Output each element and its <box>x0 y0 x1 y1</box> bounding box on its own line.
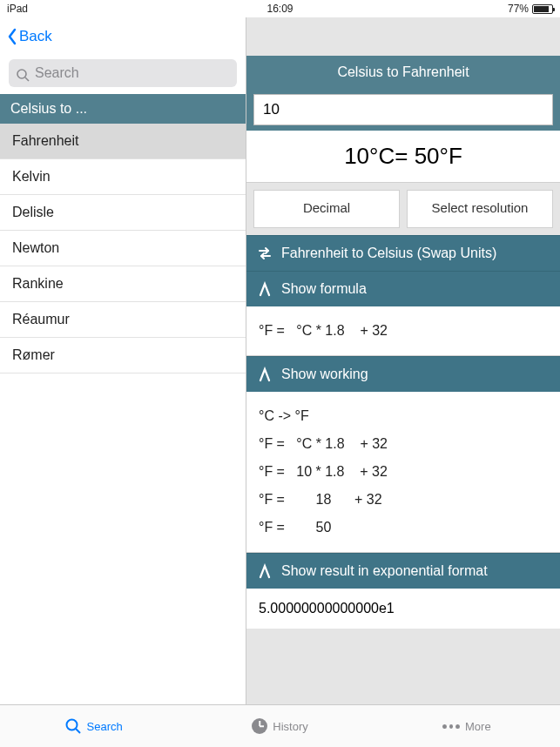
resolution-picker[interactable]: Select resolution <box>407 190 553 228</box>
working-body: °C -> °F°F = °C * 1.8 + 32°F = 10 * 1.8 … <box>246 392 560 553</box>
working-line: °C -> °F <box>259 402 548 430</box>
result-display: 10°C= 50°F <box>246 131 560 183</box>
lambda-icon <box>257 563 273 579</box>
working-line: °F = 10 * 1.8 + 32 <box>259 458 548 486</box>
formula-body: °F = °C * 1.8 + 32 <box>246 306 560 356</box>
swap-icon <box>257 246 273 261</box>
tab-search-label: Search <box>87 720 123 733</box>
exp-value: 5.00000000000000e1 <box>246 589 560 629</box>
list-item[interactable]: Rankine <box>0 266 246 302</box>
unit-list: FahrenheitKelvinDelisleNewtonRankineRéau… <box>0 124 246 704</box>
tab-history-label: History <box>273 720 307 733</box>
tab-more-label: More <box>465 720 491 733</box>
svg-point-2 <box>66 720 77 730</box>
sidebar: Back Celsius to ... FahrenheitKelvinDeli… <box>0 17 246 704</box>
list-item[interactable]: Fahrenheit <box>0 124 246 159</box>
list-item[interactable]: Rømer <box>0 338 246 374</box>
tab-history[interactable]: History <box>186 705 373 747</box>
clock-icon <box>252 718 267 734</box>
swap-label: Fahrenheit to Celsius (Swap Units) <box>281 246 496 261</box>
tab-search[interactable]: Search <box>0 705 186 747</box>
svg-line-1 <box>25 77 29 81</box>
chevron-left-icon <box>7 28 17 45</box>
list-item[interactable]: Delisle <box>0 195 246 231</box>
list-item[interactable]: Newton <box>0 231 246 266</box>
resolution-picker-value: Select resolution <box>408 199 552 217</box>
device-label: iPad <box>7 3 28 15</box>
working-line: °F = 50 <box>259 514 548 542</box>
search-icon <box>16 68 30 82</box>
main-panel: Celsius to Fahrenheit 10°C= 50°F Decimal… <box>246 17 560 704</box>
formula-header: Show formula <box>281 281 367 297</box>
back-label: Back <box>19 28 52 45</box>
conversion-title: Celsius to Fahrenheit <box>246 56 560 89</box>
back-button[interactable]: Back <box>7 28 52 45</box>
tab-bar: Search History More <box>0 704 560 747</box>
search-input[interactable] <box>9 59 237 87</box>
more-icon <box>442 717 460 735</box>
list-item[interactable]: Kelvin <box>0 159 246 195</box>
svg-line-3 <box>76 729 80 733</box>
list-item[interactable]: Réaumur <box>0 302 246 338</box>
battery-icon <box>532 4 553 14</box>
battery-pct: 77% <box>508 3 529 15</box>
show-exp-button[interactable]: Show result in exponential format <box>246 553 560 589</box>
lambda-icon <box>257 281 273 297</box>
svg-point-0 <box>17 70 26 78</box>
working-header: Show working <box>281 367 368 382</box>
list-section-header: Celsius to ... <box>0 94 246 124</box>
tab-more[interactable]: More <box>374 705 560 747</box>
show-formula-button[interactable]: Show formula <box>246 271 560 306</box>
value-input[interactable] <box>253 94 553 125</box>
lambda-icon <box>257 367 273 382</box>
search-icon <box>64 717 82 735</box>
working-line: °F = 18 + 32 <box>259 486 548 514</box>
clock-time: 16:09 <box>267 3 293 15</box>
format-picker[interactable]: Decimal <box>253 190 400 228</box>
exp-header: Show result in exponential format <box>281 563 488 579</box>
status-bar: iPad 16:09 77% <box>0 0 560 17</box>
format-picker-value: Decimal <box>254 199 399 217</box>
working-line: °F = °C * 1.8 + 32 <box>259 430 548 458</box>
show-working-button[interactable]: Show working <box>246 356 560 392</box>
swap-units-button[interactable]: Fahrenheit to Celsius (Swap Units) <box>246 235 560 271</box>
